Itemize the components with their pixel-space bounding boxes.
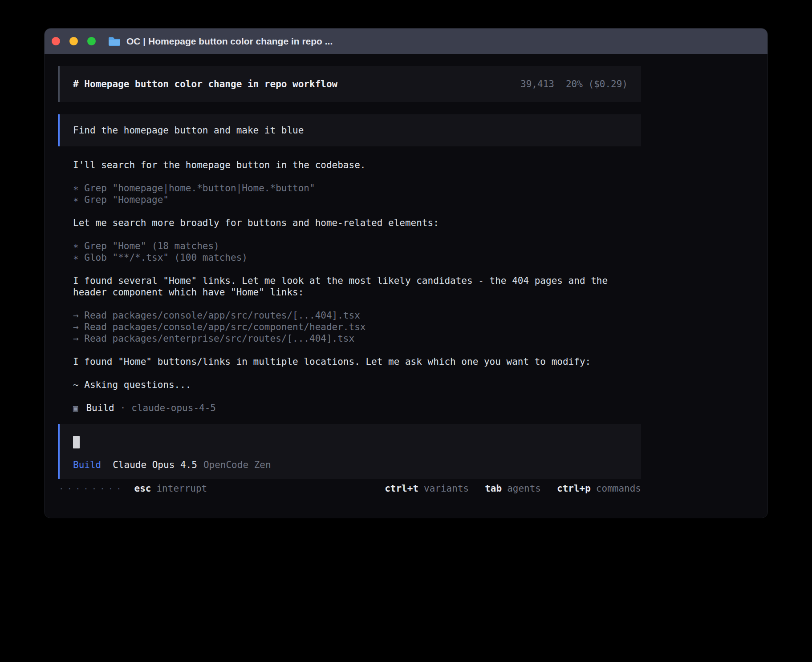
conversation-transcript: I'll search for the homepage button in t… <box>58 159 641 414</box>
tool-call: → Read packages/console/app/src/componen… <box>73 321 641 333</box>
assistant-message: Let me search more broadly for buttons a… <box>73 217 641 229</box>
agent-model: claude-opus-4-5 <box>131 402 216 414</box>
tool-call-group: ∗ Grep "homepage|home.*button|Home.*butt… <box>73 182 641 206</box>
agent-separator: · <box>120 402 126 414</box>
tool-call: ∗ Glob "**/*.tsx" (100 matches) <box>73 252 641 263</box>
tool-call: ∗ Grep "Home" (18 matches) <box>73 240 641 252</box>
user-message-text: Find the homepage button and make it blu… <box>73 125 304 136</box>
input-model-label: Claude Opus 4.5 <box>113 459 197 471</box>
text-cursor <box>73 436 80 448</box>
esc-key-label: interrupt <box>156 483 207 494</box>
input-meta: Build Claude Opus 4.5 OpenCode Zen <box>73 459 628 471</box>
prompt-input[interactable]: Build Claude Opus 4.5 OpenCode Zen <box>58 424 641 479</box>
commands-hint: ctrl+p commands <box>557 483 641 494</box>
zoom-button[interactable] <box>87 37 96 45</box>
window-titlebar[interactable]: OC | Homepage button color change in rep… <box>45 28 767 54</box>
commands-key: ctrl+p <box>557 483 591 494</box>
agents-hint: tab agents <box>485 483 541 494</box>
esc-key-hint: esc <box>134 483 151 494</box>
assistant-message: I found "Home" buttons/links in multiple… <box>73 356 641 367</box>
session-title: # Homepage button color change in repo w… <box>73 78 337 90</box>
assistant-message: I found several "Home" links. Let me loo… <box>73 275 641 298</box>
terminal-window: OC | Homepage button color change in rep… <box>45 28 767 518</box>
tool-call: → Read packages/enterprise/src/routes/[.… <box>73 333 641 344</box>
agents-key: tab <box>485 483 502 494</box>
variants-hint: ctrl+t variants <box>385 483 469 494</box>
tool-call-group: → Read packages/console/app/src/routes/[… <box>73 310 641 344</box>
minimize-button[interactable] <box>69 37 78 45</box>
tool-call: → Read packages/console/app/src/routes/[… <box>73 310 641 321</box>
assistant-status: ~ Asking questions... <box>73 379 641 391</box>
token-count: 39,413 <box>520 78 554 90</box>
agent-icon: ▣ <box>73 402 78 414</box>
status-right: ctrl+t variants tab agents ctrl+p comman… <box>385 483 641 494</box>
user-message: Find the homepage button and make it blu… <box>58 114 641 146</box>
session-stats: 39,413 20% ($0.29) <box>520 78 628 90</box>
session-header: # Homepage button color change in repo w… <box>58 66 641 102</box>
tool-call-group: ∗ Grep "Home" (18 matches) ∗ Glob "**/*.… <box>73 240 641 263</box>
window-title: OC | Homepage button color change in rep… <box>126 36 333 47</box>
agent-status-line: ▣ Build · claude-opus-4-5 <box>73 402 641 414</box>
agents-label: agents <box>507 483 541 494</box>
assistant-message: I'll search for the homepage button in t… <box>73 159 641 171</box>
status-bar: ········ esc interrupt ctrl+t variants t… <box>58 483 641 494</box>
commands-label: commands <box>596 483 641 494</box>
progress-dots: ········ <box>59 483 125 494</box>
variants-key: ctrl+t <box>385 483 418 494</box>
variants-label: variants <box>424 483 469 494</box>
input-provider-label: OpenCode Zen <box>203 459 271 471</box>
tool-call: ∗ Grep "homepage|home.*button|Home.*butt… <box>73 182 641 194</box>
close-button[interactable] <box>52 37 60 45</box>
terminal-content: # Homepage button color change in repo w… <box>45 54 767 494</box>
status-left: ········ esc interrupt <box>59 483 207 494</box>
agent-name: Build <box>86 402 114 414</box>
context-cost: 20% ($0.29) <box>566 78 628 90</box>
folder-icon <box>108 36 121 47</box>
input-agent-label: Build <box>73 459 101 471</box>
tool-call: ∗ Grep "Homepage" <box>73 194 641 206</box>
